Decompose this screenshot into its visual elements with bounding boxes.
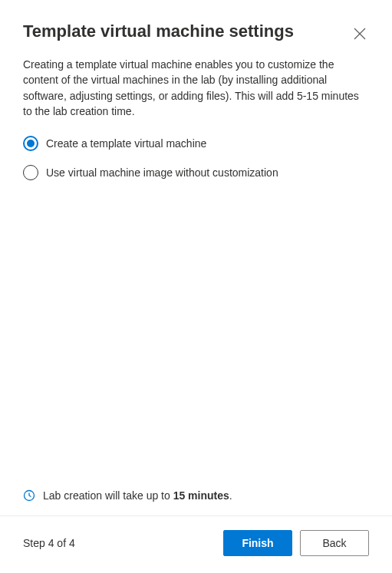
radio-option-no-customization[interactable]: Use virtual machine image without custom… bbox=[23, 165, 369, 180]
close-button[interactable] bbox=[351, 25, 369, 43]
close-icon bbox=[354, 28, 366, 40]
finish-button[interactable]: Finish bbox=[223, 530, 292, 556]
info-bold: 15 minutes bbox=[173, 489, 229, 502]
radio-indicator bbox=[23, 165, 38, 180]
description-text: Creating a template virtual machine enab… bbox=[23, 57, 369, 119]
clock-icon bbox=[23, 489, 35, 502]
info-row: Lab creation will take up to 15 minutes. bbox=[0, 482, 392, 515]
radio-dot-icon bbox=[27, 140, 35, 147]
radio-group: Create a template virtual machine Use vi… bbox=[23, 136, 369, 180]
info-prefix: Lab creation will take up to bbox=[43, 489, 173, 502]
dialog-header: Template virtual machine settings bbox=[0, 0, 392, 49]
radio-label: Use virtual machine image without custom… bbox=[46, 166, 278, 179]
dialog-footer: Step 4 of 4 Finish Back bbox=[0, 516, 392, 573]
dialog-title: Template virtual machine settings bbox=[23, 21, 294, 41]
body-spacer bbox=[23, 180, 369, 482]
dialog-body: Creating a template virtual machine enab… bbox=[0, 49, 392, 482]
info-text: Lab creation will take up to 15 minutes. bbox=[43, 489, 232, 502]
radio-label: Create a template virtual machine bbox=[46, 137, 206, 150]
back-button[interactable]: Back bbox=[300, 530, 369, 556]
radio-option-create-template[interactable]: Create a template virtual machine bbox=[23, 136, 369, 151]
radio-indicator bbox=[23, 136, 38, 151]
info-suffix: . bbox=[229, 489, 232, 502]
step-indicator: Step 4 of 4 bbox=[23, 537, 75, 549]
dialog-root: Template virtual machine settings Creati… bbox=[0, 0, 392, 573]
